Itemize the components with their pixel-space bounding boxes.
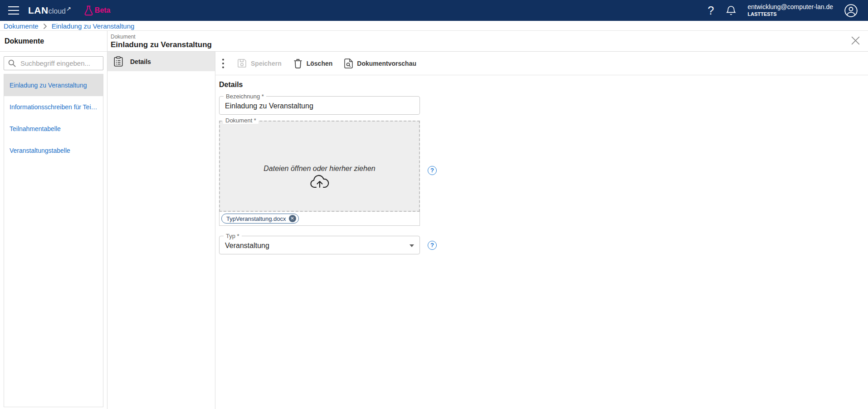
topbar-right: ? entwicklung@computer-lan.de LASTTESTS bbox=[707, 3, 858, 18]
menu-icon[interactable] bbox=[5, 1, 23, 19]
details-form: Details Bezeichnung * Einladung zu Veran… bbox=[215, 75, 868, 254]
tab-details[interactable]: Details bbox=[107, 52, 215, 71]
user-account[interactable]: entwicklung@computer-lan.de LASTTESTS bbox=[747, 3, 833, 18]
file-chip-label: TypVeranstaltung.docx bbox=[226, 215, 286, 222]
help-icon[interactable]: ? bbox=[707, 5, 715, 16]
list-item-teilnahmentabelle[interactable]: Teilnahmentabelle bbox=[4, 118, 103, 140]
dropzone-text: Dateien öffnen oder hierher ziehen bbox=[263, 165, 375, 173]
detail-panel: Dokument Einladung zu Veranstaltung bbox=[107, 31, 868, 409]
breadcrumb: Dokumente Einladung zu Veranstaltung bbox=[0, 21, 868, 30]
panel-title: Einladung zu Veranstaltung bbox=[111, 40, 868, 49]
bezeichnung-field[interactable]: Bezeichnung * Einladung zu Veranstaltung bbox=[219, 96, 420, 115]
document-list: Einladung zu Veranstaltung Informationss… bbox=[4, 74, 103, 407]
document-preview-icon bbox=[344, 58, 353, 68]
bezeichnung-label: Bezeichnung * bbox=[224, 93, 266, 100]
list-item-informationsschreiben[interactable]: Informationsschreiben für Tei… bbox=[4, 96, 103, 118]
typ-label: Typ * bbox=[224, 233, 242, 239]
file-chip-row: TypVeranstaltung.docx ✕ bbox=[219, 212, 420, 226]
topbar: LANcloud↗ Beta ? entwicklung@computer-la… bbox=[0, 0, 868, 21]
user-email: entwicklung@computer-lan.de bbox=[747, 3, 833, 11]
dokument-help-icon[interactable]: ? bbox=[428, 166, 437, 175]
document-preview-label: Dokumentvorschau bbox=[357, 60, 416, 67]
caret-down-icon bbox=[410, 244, 414, 247]
tab-details-label: Details bbox=[130, 58, 151, 65]
save-label: Speichern bbox=[251, 60, 282, 67]
list-item-einladung[interactable]: Einladung zu Veranstaltung bbox=[4, 74, 103, 96]
tab-column: Details bbox=[107, 52, 215, 409]
user-tenant: LASTTESTS bbox=[747, 11, 833, 18]
toolbar: Speichern Löschen bbox=[215, 52, 868, 75]
chevron-right-icon bbox=[43, 23, 47, 29]
brand-cloud: cloud bbox=[49, 7, 66, 15]
form-heading: Details bbox=[219, 81, 868, 89]
breadcrumb-dokumente[interactable]: Dokumente bbox=[4, 22, 39, 30]
cloud-upload-icon bbox=[310, 175, 330, 189]
typ-row: Typ * Veranstaltung ? bbox=[219, 236, 868, 254]
delete-label: Löschen bbox=[307, 60, 333, 67]
typ-help-icon[interactable]: ? bbox=[428, 241, 437, 250]
list-item-veranstaltungstabelle[interactable]: Veranstaltungstabelle bbox=[4, 140, 103, 161]
close-icon[interactable] bbox=[850, 35, 861, 46]
search-box bbox=[4, 56, 103, 70]
beta-badge: Beta bbox=[84, 5, 111, 16]
save-button[interactable]: Speichern bbox=[237, 58, 282, 68]
panel-kicker: Dokument bbox=[111, 34, 868, 40]
dokument-field: Dokument * Dateien öffnen oder hierher z… bbox=[219, 121, 420, 226]
remove-file-icon[interactable]: ✕ bbox=[289, 215, 296, 222]
beta-label: Beta bbox=[95, 6, 111, 15]
avatar-icon[interactable] bbox=[844, 4, 858, 18]
clipboard-list-icon bbox=[114, 56, 123, 67]
delete-button[interactable]: Löschen bbox=[293, 58, 333, 68]
brand-logo[interactable]: LANcloud↗ bbox=[28, 5, 71, 16]
sidebar: Dokumente Einladung zu Veranstaltung Inf… bbox=[0, 31, 107, 409]
search-icon bbox=[8, 59, 16, 68]
dokument-label: Dokument * bbox=[223, 117, 258, 124]
flask-icon bbox=[84, 5, 93, 16]
dokument-row: Dokument * Dateien öffnen oder hierher z… bbox=[219, 115, 868, 226]
main-content: Speichern Löschen bbox=[215, 52, 868, 409]
external-link-arrow-icon: ↗ bbox=[66, 5, 71, 12]
panel-body: Details bbox=[107, 52, 868, 409]
brand-lan: LAN bbox=[28, 5, 49, 16]
breadcrumb-current[interactable]: Einladung zu Veranstaltung bbox=[52, 22, 135, 30]
trash-icon bbox=[293, 58, 302, 68]
typ-select[interactable]: Typ * Veranstaltung bbox=[219, 236, 420, 254]
file-dropzone[interactable]: Dateien öffnen oder hierher ziehen bbox=[219, 121, 420, 212]
panel-header: Dokument Einladung zu Veranstaltung bbox=[107, 31, 868, 52]
save-icon bbox=[237, 58, 247, 68]
file-chip[interactable]: TypVeranstaltung.docx ✕ bbox=[221, 214, 299, 224]
search-input[interactable] bbox=[20, 59, 112, 68]
sidebar-body: Einladung zu Veranstaltung Informationss… bbox=[0, 52, 107, 409]
bezeichnung-value: Einladung zu Veranstaltung bbox=[225, 102, 414, 110]
notifications-bell-icon[interactable] bbox=[726, 5, 736, 16]
typ-value: Veranstaltung bbox=[225, 242, 414, 250]
bezeichnung-row: Bezeichnung * Einladung zu Veranstaltung bbox=[219, 96, 868, 115]
sidebar-title: Dokumente bbox=[0, 31, 107, 52]
document-preview-button[interactable]: Dokumentvorschau bbox=[344, 58, 416, 68]
content-area: Dokumente Einladung zu Veranstaltung Inf… bbox=[0, 30, 868, 409]
kebab-menu-icon[interactable] bbox=[221, 56, 225, 71]
app-window: LANcloud↗ Beta ? entwicklung@computer-la… bbox=[0, 0, 868, 409]
